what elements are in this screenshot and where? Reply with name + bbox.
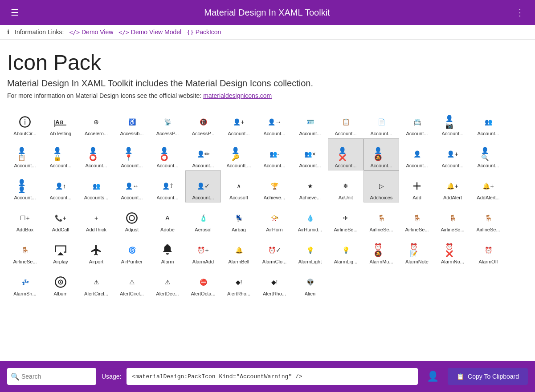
icon-item-alertcircl[interactable]: ⚠AlertCircl... [114,267,150,299]
icon-item-account[interactable]: 👤↑Account... [43,170,78,202]
icon-item-accessib[interactable]: ♿Accessib... [114,106,150,138]
icon-item-account[interactable]: 👥×Account... [292,138,328,170]
icon-item-alarmno[interactable]: ⏰❌AlarmNo... [435,234,470,267]
icon-item-accusoft[interactable]: ∧Accusoft [221,170,257,202]
icon-item-accountl[interactable]: 👤🔑AccountL... [221,138,257,170]
icon-item-account[interactable]: 👤⭕Account... [78,138,114,170]
icon-item-accelero[interactable]: ⊕Accelero... [78,106,114,138]
icon-item-alarmoff[interactable]: ⏰AlarmOff [470,234,506,267]
icon-item-addbox[interactable]: ☐+AddBox [7,202,43,234]
icon-item-addalert[interactable]: 🔔+AddAlert... [470,170,506,202]
icon-symbol [89,243,103,257]
icon-symbol: 👤⤴ [160,179,175,193]
menu-button[interactable]: ☰ [7,4,22,21]
icon-item-airlinese[interactable]: ✈AirlineSe... [328,202,363,234]
icon-item-account[interactable]: 👤⤴Account... [150,170,185,202]
more-button[interactable]: ⋮ [512,4,528,21]
icon-item-achieve[interactable]: 🏆Achieve... [257,170,292,202]
icon-item-alarmlight[interactable]: 💡AlarmLight [292,234,328,267]
user-icon-button[interactable]: 👤 [423,369,442,384]
icon-item-account[interactable]: 👤📋Account... [7,138,43,170]
materialdesignicons-link[interactable]: materialdesignicons.com [203,92,272,99]
icon-item-account[interactable]: 📋Account... [328,106,363,138]
icon-item-airlinese[interactable]: 🪑AirlineSe... [399,202,435,234]
icon-item-adobe[interactable]: AAdobe [150,202,185,234]
icon-item-account[interactable]: 👤+Account... [435,138,470,170]
icon-item-alarmsn[interactable]: 💤AlarmSn... [7,267,43,299]
icon-item-account[interactable]: 📇Account... [399,106,435,138]
icon-item-adjust[interactable]: Adjust [114,202,150,234]
icon-item-account[interactable]: 👤📷Account... [435,106,470,138]
icons-scroll-area[interactable]: iAboutCir...ABAbTesting⊕Accelero...♿Acce… [7,106,528,358]
icon-label: AcUnit [339,195,353,200]
icon-item-account[interactable]: 👥-Account... [257,138,292,170]
icon-item-achieve[interactable]: ★Achieve... [292,170,328,202]
icon-item-account[interactable]: 👥Account... [470,106,506,138]
icon-item-alarmmu[interactable]: ⏰🔕AlarmMu... [363,234,399,267]
icon-item-account[interactable]: 👤❌Account... [328,138,363,170]
icon-item-accessp[interactable]: 📵AccessP... [185,106,221,138]
page-description: For more information on Material Design … [7,92,528,99]
icon-item-acunit[interactable]: ❄AcUnit [328,170,363,202]
icon-item-account[interactable]: 👤👤Account... [7,170,43,202]
icon-item-airhorn[interactable]: 📯AirHorn [257,202,292,234]
icon-item-airhumid[interactable]: 💧AirHumid... [292,202,328,234]
icon-item-account[interactable]: 🪪Account... [292,106,328,138]
icon-item-accounts[interactable]: 👥Accounts... [78,170,114,202]
icon-item-account[interactable]: 📄Account... [363,106,399,138]
icon-item-account[interactable]: 👤Account... [399,138,435,170]
icon-item-alertdec[interactable]: ⚠AlertDec... [150,267,185,299]
icon-item-airlinese[interactable]: 🪑AirlineSe... [363,202,399,234]
icon-item-alien[interactable]: 👽Alien [292,267,328,299]
icon-item-airlinese[interactable]: 🪑AirlineSe... [7,234,43,267]
icon-symbol: ★ [303,179,317,193]
icon-item-account[interactable]: 👤🔍Account... [470,138,506,170]
icon-item-alarmnote[interactable]: ⏰📝AlarmNote [399,234,435,267]
icon-item-alarmbell[interactable]: 🔔AlarmBell [221,234,257,267]
copy-to-clipboard-button[interactable]: 📋 Copy To Clipboard [448,368,528,385]
demo-view-link[interactable]: </> Demo View [69,28,114,36]
icon-item-alarmlig[interactable]: 💡AlarmLig... [328,234,363,267]
icon-symbol: 📞+ [53,211,68,225]
icon-item-abtesting[interactable]: ABAbTesting [43,106,78,138]
icon-item-airlinese[interactable]: 🪑AirlineSe... [435,202,470,234]
icon-item-account[interactable]: 👤↔Account... [114,170,150,202]
search-input[interactable] [7,368,96,385]
icon-item-album[interactable]: Album [43,267,78,299]
icon-item-airpurifier[interactable]: 🌀AirPurifier [114,234,150,267]
icon-item-add[interactable]: Add [399,170,435,202]
icon-item-account[interactable]: 👤✓Account... [185,170,221,202]
icon-item-account[interactable]: 👤+Account... [221,106,257,138]
icon-item-alertocta[interactable]: ⛔AlertOcta... [185,267,221,299]
icon-item-addalert[interactable]: 🔔+AddAlert [435,170,470,202]
icon-item-addthick[interactable]: +AddThick [78,202,114,234]
icon-item-airplay[interactable]: Airplay [43,234,78,267]
icon-item-alertcircl[interactable]: ⚠AlertCircl... [78,267,114,299]
icon-item-alarmadd[interactable]: ⏰+AlarmAdd [185,234,221,267]
icon-item-account[interactable]: 👤📍Account... [114,138,150,170]
icon-item-aerosol[interactable]: 🧴Aerosol [185,202,221,234]
icon-item-account[interactable]: 👤✏Account... [185,138,221,170]
icon-symbol: 👽 [303,275,317,289]
icon-label: AddBox [16,227,34,232]
icon-item-alarmclo[interactable]: ⏰✓AlarmClo... [257,234,292,267]
icon-item-account[interactable]: 👤🔒Account... [43,138,78,170]
icon-item-adchoices[interactable]: ▷Adchoices [363,170,399,202]
icon-label: Account... [228,131,250,136]
icon-label: AirHorn [266,227,282,232]
icon-item-airlinese[interactable]: 🪑AirlineSe... [470,202,506,234]
icon-item-account[interactable]: 👤→Account... [257,106,292,138]
icon-item-alertrho[interactable]: ◆!AlertRho... [221,267,257,299]
icon-item-airbag[interactable]: 💺Airbag [221,202,257,234]
demo-view-model-link[interactable]: </> Demo View Model [118,28,181,36]
icon-symbol: ⊕ [89,115,103,129]
icon-item-accessp[interactable]: 📡AccessP... [150,106,185,138]
icon-item-aboutcir[interactable]: iAboutCir... [7,106,43,138]
icon-item-airport[interactable]: Airport [78,234,114,267]
icon-item-alarm[interactable]: Alarm [150,234,185,267]
icon-item-alertrho[interactable]: ◆!AlertRho... [257,267,292,299]
pack-icon-link[interactable]: {} PackIcon [187,28,221,36]
icon-item-account[interactable]: 👤🔕Account... [363,138,399,170]
icon-item-addcall[interactable]: 📞+AddCall [43,202,78,234]
icon-item-account[interactable]: 👤⭕Account... [150,138,185,170]
